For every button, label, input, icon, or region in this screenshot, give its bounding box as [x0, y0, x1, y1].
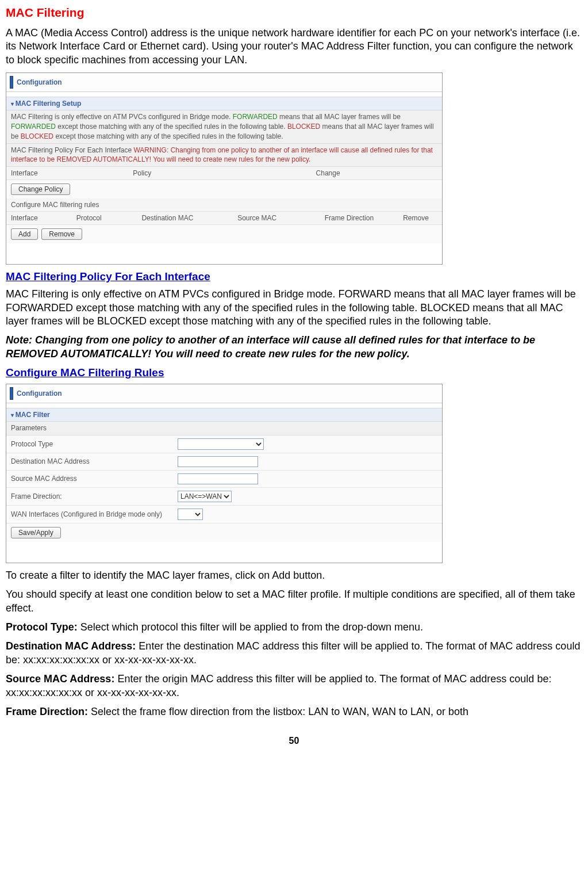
- protocol-type-row: Protocol Type: [6, 435, 442, 453]
- frame-direction-paragraph: Frame Direction: Select the frame flow d…: [6, 705, 582, 719]
- config-label: Configuration: [17, 389, 62, 398]
- policy-table-header: Interface Policy Change: [6, 167, 442, 180]
- rules-table-header: Interface Protocol Destination MAC Sourc…: [6, 212, 442, 225]
- protocol-type-select[interactable]: [178, 438, 264, 450]
- spacer: [6, 243, 442, 264]
- col-interface: Interface: [6, 212, 72, 225]
- source-mac-row: Source MAC Address: [6, 471, 442, 488]
- specify-condition-text: You should specify at least one conditio…: [6, 588, 582, 615]
- save-apply-row: Save/Apply: [6, 523, 442, 542]
- col-protocol: Protocol: [72, 212, 137, 225]
- col-policy: Policy: [128, 167, 311, 180]
- col-source-mac: Source MAC: [233, 212, 320, 225]
- screenshot-mac-filter: Configuration MAC Filter Parameters Prot…: [6, 384, 443, 563]
- wan-interfaces-select[interactable]: [178, 509, 203, 520]
- page-title: MAC Filtering: [6, 6, 582, 20]
- panel-header[interactable]: MAC Filter: [6, 408, 442, 422]
- accent-bar-icon: [10, 76, 13, 89]
- desc-warning: MAC Filtering Policy For Each Interface …: [6, 144, 442, 167]
- config-label: Configuration: [17, 78, 62, 86]
- wan-interfaces-row: WAN Interfaces (Configured in Bridge mod…: [6, 506, 442, 523]
- save-apply-button[interactable]: Save/Apply: [11, 527, 61, 538]
- col-remove: Remove: [398, 212, 442, 225]
- policy-paragraph: MAC Filtering is only effective on ATM P…: [6, 288, 582, 328]
- intro-text: A MAC (Media Access Control) address is …: [6, 26, 582, 67]
- wan-interfaces-label: WAN Interfaces (Configured in Bridge mod…: [11, 510, 178, 518]
- col-change: Change: [312, 167, 442, 180]
- change-policy-button[interactable]: Change Policy: [11, 184, 70, 195]
- spacer: [6, 542, 442, 563]
- configure-rules-label: Configure MAC filtering rules: [6, 198, 442, 212]
- subheading-configure: Configure MAC Filtering Rules: [6, 366, 582, 379]
- destination-mac-row: Destination MAC Address: [6, 453, 442, 471]
- frame-direction-row: Frame Direction: LAN<=>WAN: [6, 488, 442, 506]
- source-mac-input[interactable]: [178, 473, 258, 484]
- page-number: 50: [6, 736, 582, 746]
- protocol-type-paragraph: Protocol Type: Select which protocol thi…: [6, 621, 582, 634]
- config-header: Configuration: [6, 384, 442, 403]
- frame-direction-select[interactable]: LAN<=>WAN: [178, 491, 232, 502]
- destination-mac-input[interactable]: [178, 456, 258, 467]
- protocol-type-label: Protocol Type: [11, 440, 178, 448]
- destination-mac-label: Destination MAC Address: [11, 457, 178, 465]
- add-remove-row: Add Remove: [6, 225, 442, 243]
- col-destination-mac: Destination MAC: [137, 212, 233, 225]
- create-filter-text: To create a filter to identify the MAC l…: [6, 569, 582, 582]
- panel-header[interactable]: MAC Filtering Setup: [6, 97, 442, 110]
- destination-mac-paragraph: Destination MAC Address: Enter the desti…: [6, 640, 582, 667]
- add-button[interactable]: Add: [11, 228, 38, 240]
- source-mac-label: Source MAC Address: [11, 475, 178, 483]
- col-interface: Interface: [6, 167, 128, 180]
- source-mac-paragraph: Source MAC Address: Enter the origin MAC…: [6, 672, 582, 700]
- change-policy-row: Change Policy: [6, 180, 442, 198]
- frame-direction-label: Frame Direction:: [11, 492, 178, 500]
- note-paragraph: Note: Changing from one policy to anothe…: [6, 334, 582, 361]
- parameters-row: Parameters: [6, 422, 442, 435]
- col-frame-direction: Frame Direction: [320, 212, 398, 225]
- remove-button[interactable]: Remove: [41, 228, 82, 240]
- config-header: Configuration: [6, 73, 442, 92]
- desc-forwarded-blocked: MAC Filtering is only effective on ATM P…: [6, 110, 442, 143]
- subheading-policy: MAC Filtering Policy For Each Interface: [6, 270, 582, 283]
- accent-bar-icon: [10, 387, 13, 400]
- screenshot-mac-filtering-setup: Configuration MAC Filtering Setup MAC Fi…: [6, 72, 443, 265]
